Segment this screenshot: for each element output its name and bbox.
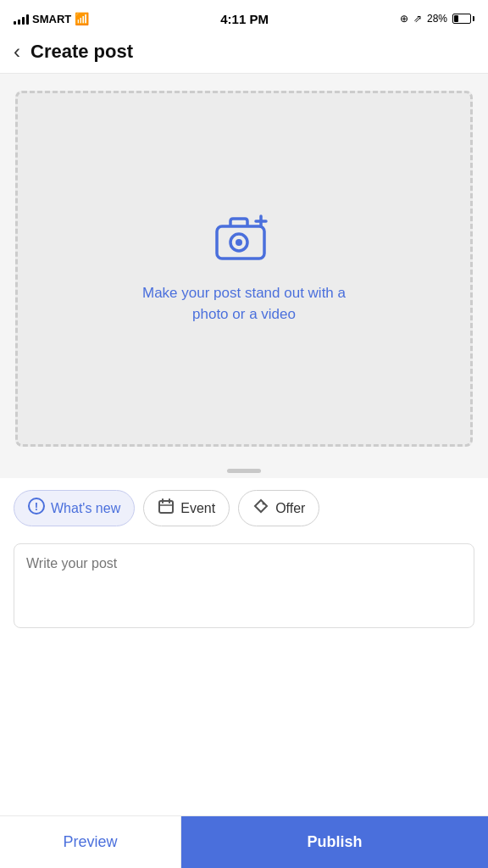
whats-new-icon: ! [28, 498, 45, 519]
svg-text:!: ! [35, 500, 38, 513]
tab-event[interactable]: Event [143, 490, 230, 526]
wifi-icon: 📶 [75, 12, 89, 25]
location-icon: ⊕ [400, 13, 408, 25]
post-text-area-wrapper [0, 535, 488, 643]
publish-button[interactable]: Publish [181, 816, 488, 868]
scroll-indicator [0, 460, 488, 478]
signal-bars-icon [14, 13, 29, 25]
battery-percent: 28% [427, 13, 447, 25]
media-upload-text: Make your post stand out with a photo or… [134, 282, 354, 326]
svg-point-11 [263, 503, 265, 505]
camera-plus-icon [214, 213, 274, 267]
tab-event-label: Event [180, 501, 215, 516]
bottom-actions: Preview Publish [0, 815, 488, 868]
svg-point-2 [236, 239, 242, 246]
carrier-label: SMART [32, 13, 71, 25]
preview-button[interactable]: Preview [0, 816, 181, 868]
header: ‹ Create post [0, 34, 488, 74]
status-left: SMART 📶 [14, 12, 89, 25]
tab-offer[interactable]: Offer [238, 490, 319, 526]
offer-icon [252, 498, 269, 519]
event-icon [158, 498, 175, 519]
tab-whats-new[interactable]: ! What's new [14, 490, 135, 526]
status-right: ⊕ ⇗ 28% [400, 13, 474, 25]
battery-icon [452, 14, 474, 24]
status-time: 4:11 PM [220, 12, 269, 26]
back-button[interactable]: ‹ [14, 42, 20, 62]
post-type-tabs: ! What's new Event Offer [0, 478, 488, 535]
tab-whats-new-label: What's new [51, 501, 120, 516]
media-upload-area[interactable]: Make your post stand out with a photo or… [15, 91, 473, 447]
status-bar: SMART 📶 4:11 PM ⊕ ⇗ 28% [0, 0, 488, 34]
page-title: Create post [30, 41, 133, 63]
media-upload-wrapper: Make your post stand out with a photo or… [0, 74, 488, 460]
navigation-icon: ⇗ [413, 13, 422, 25]
scroll-dot [227, 469, 261, 473]
svg-rect-7 [159, 501, 173, 513]
post-textarea[interactable] [14, 543, 474, 628]
tab-offer-label: Offer [275, 501, 305, 516]
